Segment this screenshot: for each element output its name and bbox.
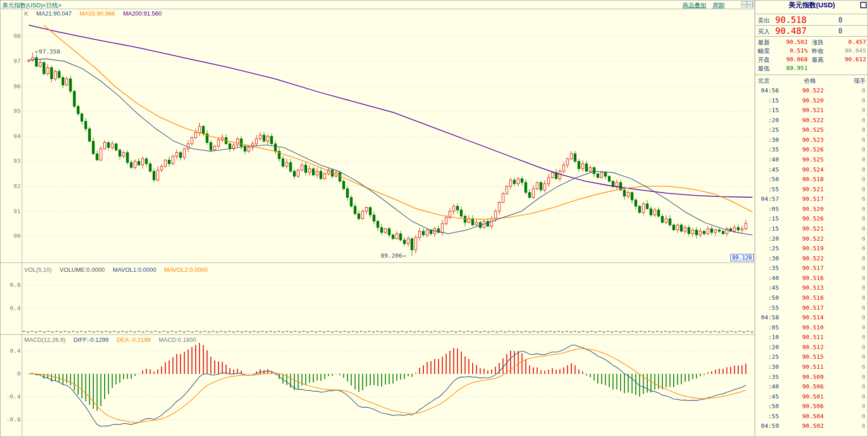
- ask-quantity: 0: [838, 16, 842, 24]
- tick-row[interactable]: :5090.5060: [755, 401, 868, 411]
- tick-row[interactable]: :5590.5210: [755, 184, 868, 194]
- ask-row[interactable]: 卖出 90.518 0: [755, 14, 868, 26]
- tick-row[interactable]: :3090.5220: [755, 254, 868, 263]
- tick-row[interactable]: :3590.5260: [755, 145, 868, 154]
- tick-price: 90.517: [783, 195, 824, 202]
- tick-time: :10: [755, 334, 779, 340]
- tick-price: 90.513: [783, 284, 824, 291]
- tick-time: :40: [755, 383, 779, 390]
- tick-row[interactable]: :4090.5060: [755, 382, 868, 391]
- tick-volume: 0: [847, 353, 865, 360]
- tick-row[interactable]: :4590.5240: [755, 165, 868, 174]
- tick-row[interactable]: :5590.5040: [755, 411, 868, 421]
- tick-price: 90.522: [783, 87, 824, 94]
- tick-volume: 0: [847, 363, 865, 370]
- tick-list[interactable]: 04:5690.5220:1590.5200:1590.5210:2090.52…: [755, 86, 868, 433]
- chart-region: 9897969594939291900.80.40.40-0.4-0.8 K M…: [0, 0, 755, 437]
- tick-price: 90.511: [783, 334, 824, 340]
- tick-time: :50: [755, 294, 779, 301]
- tick-price: 90.517: [783, 304, 824, 311]
- tick-row[interactable]: :3090.5230: [755, 135, 868, 145]
- tick-row[interactable]: :1090.5110: [755, 332, 868, 342]
- tick-time: :15: [755, 215, 779, 222]
- tick-price: 90.518: [783, 176, 824, 183]
- tick-price: 90.517: [783, 264, 824, 271]
- tick-row[interactable]: :2590.5250: [755, 125, 868, 135]
- tick-row[interactable]: :4090.5160: [755, 273, 868, 283]
- tick-price: 90.526: [783, 215, 824, 222]
- tick-time: :55: [755, 304, 779, 311]
- scroll-right-button[interactable]: ⇨: [747, 1, 753, 7]
- tick-volume: 0: [847, 166, 865, 173]
- tick-price: 90.506: [783, 403, 824, 410]
- tick-row[interactable]: :3590.5090: [755, 372, 868, 382]
- tick-row[interactable]: 04:5990.5020: [755, 421, 868, 431]
- tick-time: :45: [755, 166, 779, 173]
- stat-label: 最低: [758, 65, 770, 73]
- col-header-time: 北京: [758, 77, 770, 85]
- trading-terminal-window: 9897969594939291900.80.40.40-0.4-0.8 K M…: [0, 0, 868, 437]
- tick-time: 04:59: [755, 422, 779, 429]
- tick-row[interactable]: :1590.5260: [755, 214, 868, 223]
- tick-row[interactable]: :4090.5250: [755, 155, 868, 164]
- tick-time: 04:57: [755, 195, 779, 202]
- tick-row[interactable]: :5590.5170: [755, 303, 868, 313]
- tick-time: :55: [755, 413, 779, 420]
- bid-quantity: 0: [838, 27, 842, 35]
- tick-row[interactable]: :2090.5220: [755, 234, 868, 243]
- tick-row[interactable]: :2590.5150: [755, 352, 868, 361]
- tick-volume: 0: [847, 156, 865, 163]
- tick-time: :20: [755, 344, 779, 351]
- tick-row[interactable]: :1590.5200: [755, 96, 868, 105]
- price-chart[interactable]: [0, 0, 755, 437]
- tick-volume: 0: [847, 215, 865, 222]
- tick-price: 90.509: [783, 373, 824, 380]
- tick-row[interactable]: :2090.5120: [755, 342, 868, 352]
- tick-volume: 0: [847, 255, 865, 262]
- tick-volume: 0: [847, 235, 865, 242]
- tick-row[interactable]: :3090.5110: [755, 362, 868, 372]
- tick-row[interactable]: :4590.5130: [755, 283, 868, 292]
- tick-price: 90.501: [783, 393, 824, 400]
- tick-row[interactable]: :1590.5210: [755, 224, 868, 233]
- tick-row[interactable]: :4590.5010: [755, 392, 868, 401]
- tick-time: 04:56: [755, 87, 779, 94]
- tick-time: :50: [755, 176, 779, 183]
- stat-label: 幅度: [758, 47, 770, 55]
- macd-histogram: [29, 343, 746, 426]
- tick-time: :45: [755, 393, 779, 400]
- tick-row[interactable]: 04:5690.5220: [755, 86, 868, 95]
- tick-row[interactable]: :2590.5190: [755, 243, 868, 253]
- quote-stats: 最新90.502涨跌0.457幅度0.51%昨收90.045开盘90.068最高…: [755, 37, 868, 74]
- bid-row[interactable]: 买入 90.487 0: [755, 25, 868, 36]
- tick-volume: 0: [847, 324, 865, 331]
- tick-row[interactable]: :5090.5160: [755, 293, 868, 302]
- tick-row[interactable]: :1590.5210: [755, 105, 868, 115]
- tick-row[interactable]: :2090.5220: [755, 115, 868, 125]
- tick-price: 90.521: [783, 107, 824, 113]
- tick-row[interactable]: :5090.5180: [755, 174, 868, 184]
- tick-price: 90.523: [783, 136, 824, 143]
- col-header-price: 价格: [792, 77, 828, 85]
- tick-volume: 0: [847, 126, 865, 133]
- tick-row[interactable]: :0590.5100: [755, 323, 868, 332]
- tick-volume: 0: [847, 205, 865, 212]
- quote-panel: 美元指数(USD) 卖出 90.518 0 买入 90.487 0 最新90.5…: [755, 0, 868, 437]
- tick-row[interactable]: 04:5790.5170: [755, 194, 868, 204]
- tick-time: :40: [755, 275, 779, 281]
- tick-row[interactable]: :0590.5200: [755, 204, 868, 214]
- stat-value: 89.951: [773, 65, 808, 71]
- tick-row[interactable]: 04:5890.5140: [755, 313, 868, 322]
- stat-label: 涨跌: [812, 38, 824, 47]
- tick-time: :45: [755, 284, 779, 291]
- tick-volume: 0: [847, 136, 865, 143]
- period-link[interactable]: 周期: [713, 1, 724, 10]
- tick-volume: 0: [847, 107, 865, 113]
- overlay-symbol-link[interactable]: 商品叠加: [682, 1, 706, 10]
- tick-volume: 0: [847, 117, 865, 124]
- tick-time: :35: [755, 373, 779, 380]
- scroll-left-button[interactable]: ⇦: [741, 1, 747, 7]
- tick-volume: 0: [847, 304, 865, 311]
- restore-window-icon[interactable]: [860, 2, 867, 8]
- tick-row[interactable]: :3590.5170: [755, 263, 868, 273]
